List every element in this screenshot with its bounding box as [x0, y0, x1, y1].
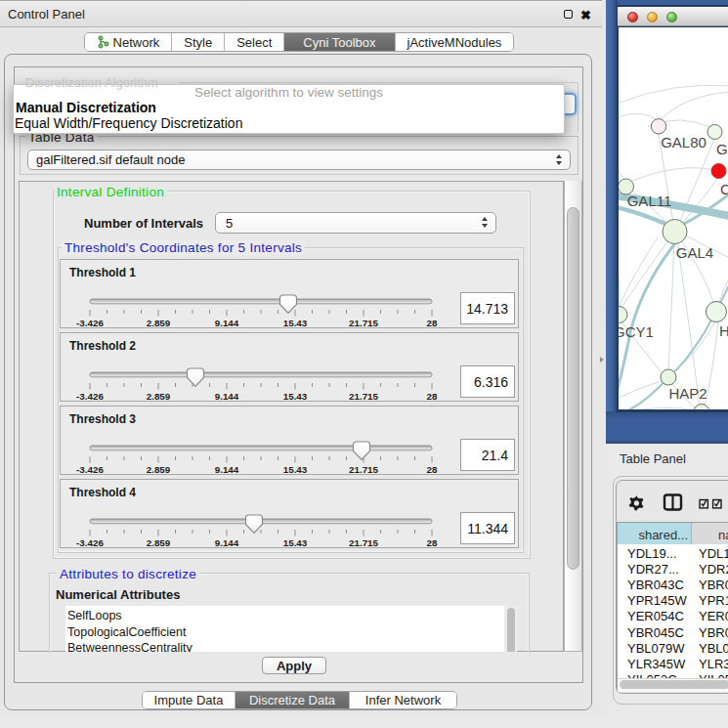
- svg-text:21.715: 21.715: [349, 391, 379, 402]
- svg-text:21.715: 21.715: [349, 318, 379, 328]
- svg-text:15.43: 15.43: [283, 391, 308, 402]
- svg-text:28: 28: [427, 464, 438, 475]
- svg-text:GAL11: GAL11: [627, 193, 672, 209]
- svg-text:H: H: [719, 322, 728, 339]
- svg-text:2.859: 2.859: [147, 318, 171, 328]
- svg-text:15.43: 15.43: [283, 537, 308, 548]
- svg-text:21.715: 21.715: [349, 464, 379, 475]
- svg-text:28: 28: [427, 537, 438, 548]
- svg-text:21.715: 21.715: [349, 537, 379, 548]
- svg-text:9.144: 9.144: [215, 537, 239, 548]
- svg-text:9.144: 9.144: [215, 464, 239, 475]
- svg-text:-3.426: -3.426: [76, 318, 104, 328]
- svg-text:2.859: 2.859: [147, 537, 171, 548]
- svg-text:-3.426: -3.426: [76, 391, 104, 402]
- svg-text:9.144: 9.144: [215, 391, 239, 402]
- svg-text:GAL80: GAL80: [661, 134, 707, 150]
- svg-text:2.859: 2.859: [147, 464, 171, 475]
- svg-text:28: 28: [427, 391, 438, 402]
- svg-text:C: C: [720, 181, 728, 197]
- svg-text:9.144: 9.144: [215, 318, 239, 328]
- svg-text:GAL4: GAL4: [676, 244, 713, 261]
- svg-text:2.859: 2.859: [147, 391, 171, 402]
- svg-text:GCY1: GCY1: [619, 323, 654, 340]
- svg-text:28: 28: [427, 318, 438, 328]
- svg-text:-3.426: -3.426: [76, 537, 104, 548]
- svg-text:GA: GA: [716, 141, 728, 157]
- svg-text:HAP2: HAP2: [668, 385, 707, 402]
- svg-text:-3.426: -3.426: [76, 464, 104, 475]
- svg-text:15.43: 15.43: [283, 318, 308, 328]
- svg-text:15.43: 15.43: [283, 464, 308, 475]
